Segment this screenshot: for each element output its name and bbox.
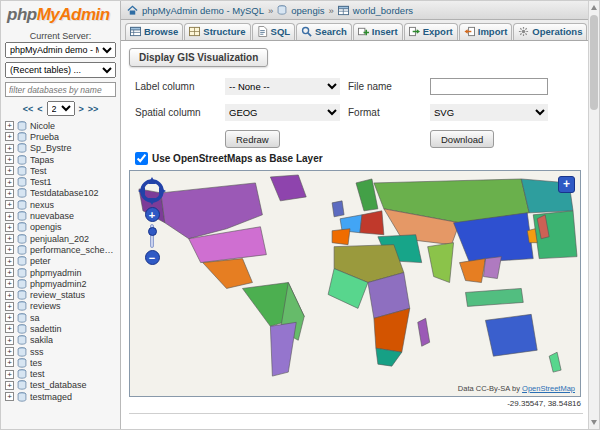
label-column-select[interactable]: -- None -- [225,78,340,95]
recent-tables-select[interactable]: (Recent tables) ... [5,62,116,78]
expand-plus-icon[interactable]: + [5,268,14,277]
expand-plus-icon[interactable]: + [5,178,14,187]
database-item[interactable]: + Test1 [5,176,116,187]
page-number-select[interactable]: 2 [47,101,75,116]
redraw-button[interactable]: Redraw [225,130,280,148]
database-item[interactable]: + test_database [5,380,116,391]
expand-plus-icon[interactable]: + [5,132,14,141]
database-item[interactable]: + phpmyadmin2 [5,278,116,289]
expand-plus-icon[interactable]: + [5,279,14,288]
page-last-link[interactable]: >> [88,104,99,114]
gis-visualization-panel: Display GIS Visualization Label column -… [121,41,588,429]
layer-switcher-button[interactable]: + [558,176,575,193]
filter-databases-input[interactable] [5,82,116,97]
page-scrollbar[interactable] [588,1,599,429]
scroll-up-arrow[interactable] [591,5,597,10]
database-item[interactable]: + test [5,369,116,380]
gis-map[interactable]: + − + Data CC-By-SA by OpenStreetMap [129,170,581,397]
database-name: sakila [30,335,53,345]
expand-plus-icon[interactable]: + [5,121,14,130]
zoom-out-button[interactable]: − [145,250,160,265]
attribution-text: Data CC-By-SA by [458,384,522,393]
expand-plus-icon[interactable]: + [5,381,14,390]
spatial-column-select[interactable]: GEOG [225,104,340,121]
database-item[interactable]: + opengis [5,222,116,233]
osm-base-layer-checkbox[interactable] [135,152,148,165]
database-item[interactable]: + tes [5,357,116,368]
expand-plus-icon[interactable]: + [5,257,14,266]
database-item[interactable]: + testmaged [5,391,116,402]
tab-operations[interactable]: Operations [513,23,587,40]
zoom-in-button[interactable]: + [145,207,160,222]
database-item[interactable]: + Sp_Bystre [5,143,116,154]
scroll-down-arrow[interactable] [591,420,597,425]
database-icon [17,155,27,165]
tab-structure[interactable]: Structure [184,23,250,40]
tab-insert[interactable]: Insert [353,23,403,40]
tab-browse[interactable]: Browse [125,23,183,40]
expand-plus-icon[interactable]: + [5,245,14,254]
breadcrumb-database-link[interactable]: opengis [291,5,324,16]
format-select[interactable]: SVG [430,104,548,121]
expand-plus-icon[interactable]: + [5,358,14,367]
database-icon [17,222,27,232]
expand-plus-icon[interactable]: + [5,370,14,379]
database-item[interactable]: + reviews [5,301,116,312]
database-name: phpmyadmin [30,268,82,278]
database-item[interactable]: + Tapas [5,154,116,165]
database-item[interactable]: + phpmyadmin [5,267,116,278]
database-item[interactable]: + sa [5,312,116,323]
expand-plus-icon[interactable]: + [5,392,14,401]
database-item[interactable]: + performance_schema [5,244,116,255]
expand-plus-icon[interactable]: + [5,144,14,153]
expand-plus-icon[interactable]: + [5,336,14,345]
phpmyadmin-window: phpMyAdmin Current Server: phpMyAdmin de… [0,0,600,430]
page-prev-link[interactable]: < [37,104,42,114]
database-item[interactable]: + Prueba [5,131,116,142]
database-item[interactable]: + review_status [5,289,116,300]
expand-plus-icon[interactable]: + [5,234,14,243]
database-item[interactable]: + Test [5,165,116,176]
expand-plus-icon[interactable]: + [5,212,14,221]
zoom-slider[interactable] [150,224,154,248]
database-name: Test1 [30,177,52,187]
expand-plus-icon[interactable]: + [5,313,14,322]
expand-plus-icon[interactable]: + [5,302,14,311]
phpmyadmin-logo[interactable]: phpMyAdmin [7,5,116,25]
database-item[interactable]: + nexus [5,199,116,210]
database-item[interactable]: + Testdatabase102 [5,188,116,199]
database-item[interactable]: + peter [5,256,116,267]
tab-sql[interactable]: SQL [252,23,296,40]
expand-plus-icon[interactable]: + [5,189,14,198]
expand-plus-icon[interactable]: + [5,223,14,232]
openstreetmap-link[interactable]: OpenStreetMap [522,384,575,393]
zoom-slider-handle[interactable] [148,227,157,236]
breadcrumb-table-link[interactable]: world_borders [353,5,413,16]
home-icon[interactable] [127,5,138,16]
pan-control[interactable] [138,177,166,205]
database-item[interactable]: + sss [5,346,116,357]
scrollbar-thumb[interactable] [590,15,598,110]
breadcrumb-server-link[interactable]: phpMyAdmin demo - MySQL [142,5,264,16]
expand-plus-icon[interactable]: + [5,200,14,209]
database-name: Sp_Bystre [30,143,72,153]
tab-import[interactable]: Import [459,23,513,40]
page-next-link[interactable]: > [79,104,84,114]
expand-plus-icon[interactable]: + [5,166,14,175]
download-button[interactable]: Download [430,130,494,148]
expand-plus-icon[interactable]: + [5,324,14,333]
tab-search[interactable]: Search [296,23,352,40]
database-item[interactable]: + Nicole [5,120,116,131]
database-item[interactable]: + sadettin [5,323,116,334]
database-icon [17,268,27,278]
server-select[interactable]: phpMyAdmin demo - My [5,42,116,58]
file-name-input[interactable] [430,78,548,95]
tab-export[interactable]: Export [404,23,458,40]
database-item[interactable]: + sakila [5,335,116,346]
database-item[interactable]: + nuevabase [5,210,116,221]
expand-plus-icon[interactable]: + [5,291,14,300]
database-item[interactable]: + penjualan_202 [5,233,116,244]
expand-plus-icon[interactable]: + [5,347,14,356]
page-first-link[interactable]: << [23,104,34,114]
expand-plus-icon[interactable]: + [5,155,14,164]
